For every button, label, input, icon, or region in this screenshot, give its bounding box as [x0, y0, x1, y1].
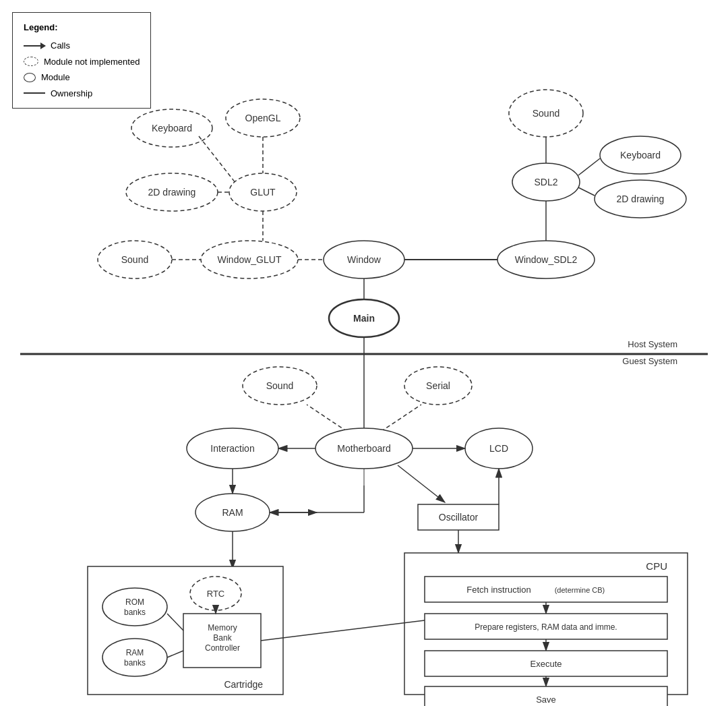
sound-sdl-label: Sound	[533, 108, 559, 119]
fetch-box	[425, 577, 667, 602]
keyboard-glut-label: Keyboard	[152, 123, 192, 134]
dashed-circle-icon	[24, 57, 38, 66]
ram-banks-label: RAM	[126, 648, 144, 657]
sdl2-drawing-conn	[578, 187, 595, 196]
ram-banks-label2: banks	[124, 658, 146, 668]
legend-row-calls: Calls	[24, 38, 140, 53]
window-sdl2-label: Window_SDL2	[515, 254, 578, 265]
mb-serial-conn	[381, 405, 421, 432]
rom-banks-node	[102, 588, 167, 626]
legend-title: Legend:	[24, 20, 140, 35]
serial-label: Serial	[426, 380, 450, 391]
mb-sound-conn	[307, 405, 347, 432]
mb-oscillator-conn	[398, 465, 445, 502]
drawing2d-glut-label: 2D drawing	[148, 187, 196, 198]
legend-module-label: Module	[41, 69, 70, 85]
legend: Legend: Calls Module not implemented Mod…	[12, 12, 151, 109]
save-label: Save	[536, 695, 556, 705]
prepare-label: Prepare registers, RAM data and imme.	[475, 622, 617, 632]
rom-banks-label2: banks	[124, 608, 146, 617]
legend-ownership-label: Ownership	[51, 86, 92, 101]
main-label: Main	[353, 313, 375, 324]
ownership-line-icon	[24, 92, 45, 94]
calls-arrow-icon	[24, 45, 45, 47]
opengl-label: OpenGL	[245, 113, 281, 123]
oscillator-label: Oscillator	[439, 512, 479, 523]
cpu-box-label: CPU	[646, 560, 667, 572]
legend-not-impl-label: Module not implemented	[44, 54, 140, 69]
solid-circle-icon	[24, 73, 36, 82]
drawing2d-sdl-label: 2D drawing	[617, 194, 665, 204]
host-system-label: Host System	[628, 339, 677, 349]
cartridge-label: Cartridge	[224, 679, 263, 690]
interaction-label: Interaction	[210, 443, 254, 454]
fetch-label: Fetch instruction	[466, 585, 530, 595]
ram-banks-node	[102, 639, 167, 676]
rtc-label: RTC	[207, 589, 224, 599]
fetch-sub-label: (determine CB)	[555, 586, 605, 594]
legend-row-ownership: Ownership	[24, 86, 140, 101]
legend-row-not-impl: Module not implemented	[24, 54, 140, 69]
rom-banks-label: ROM	[125, 597, 144, 607]
ram-label: RAM	[222, 507, 243, 518]
guest-system-label: Guest System	[622, 356, 677, 366]
execute-label: Execute	[530, 659, 562, 669]
glut-label: GLUT	[250, 187, 276, 198]
window-glut-label: Window_GLUT	[218, 254, 282, 265]
mbc-label3: Controller	[205, 643, 240, 653]
sound-guest-label: Sound	[266, 380, 293, 391]
sound-glut-label: Sound	[121, 254, 148, 265]
diagram: Legend: Calls Module not implemented Mod…	[0, 0, 728, 706]
keyboard-sdl-label: Keyboard	[620, 150, 661, 160]
window-label: Window	[347, 254, 382, 265]
mbc-label1: Memory	[208, 623, 237, 633]
mbc-label2: Bank	[213, 633, 232, 643]
lcd-label: LCD	[489, 443, 508, 454]
motherboard-label: Motherboard	[337, 443, 390, 454]
sdl2-keyboard-conn	[578, 158, 600, 175]
sdl2-label: SDL2	[534, 177, 557, 187]
mbc-cpu-conn	[261, 620, 425, 641]
legend-row-module: Module	[24, 69, 140, 85]
keyboard-glut-conn	[199, 136, 236, 183]
legend-calls-label: Calls	[51, 38, 70, 53]
